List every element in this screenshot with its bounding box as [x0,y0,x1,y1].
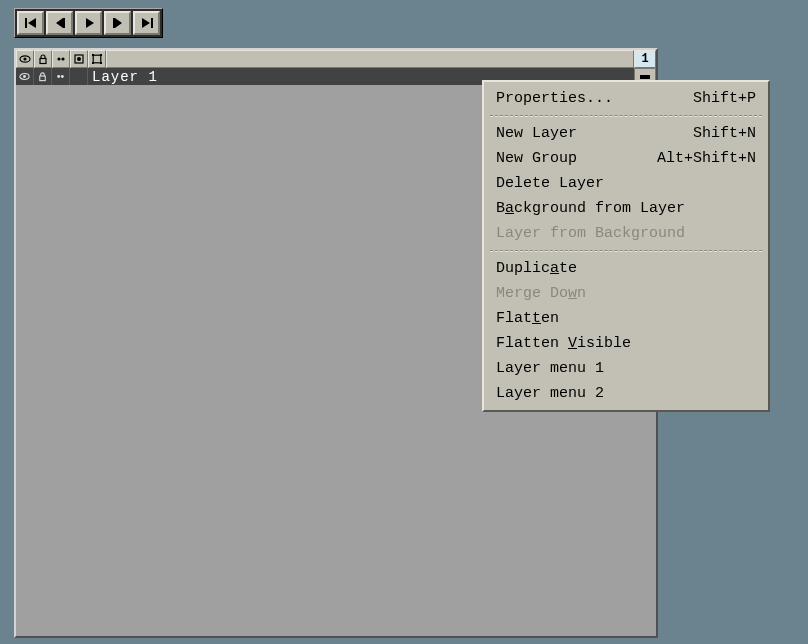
lock-column-header[interactable] [34,50,52,68]
svg-point-25 [61,75,64,78]
svg-rect-19 [92,62,94,64]
menu-item-duplicate[interactable]: Duplicate [484,256,768,281]
layer-lock-toggle[interactable] [34,68,52,85]
layers-header-row: 1 [16,50,656,68]
first-frame-button[interactable] [17,11,44,35]
menu-item-label: Layer menu 2 [496,385,756,402]
menu-item-properties[interactable]: Properties...Shift+P [484,86,768,111]
svg-rect-0 [25,18,27,28]
menu-item-delete-layer[interactable]: Delete Layer [484,171,768,196]
layer-name[interactable]: Layer 1 [88,69,158,85]
bounds-column-header[interactable] [88,50,106,68]
menu-item-label: Background from Layer [496,200,756,217]
last-frame-button[interactable] [133,11,160,35]
menu-item-background-from-layer[interactable]: Background from Layer [484,196,768,221]
layer-visibility-toggle[interactable] [16,68,34,85]
svg-marker-7 [142,18,150,28]
svg-marker-6 [115,18,122,28]
svg-point-10 [23,57,26,60]
frame-column-header[interactable]: 1 [634,50,656,68]
menu-item-layer-menu-2[interactable]: Layer menu 2 [484,381,768,406]
visibility-column-header[interactable] [16,50,34,68]
svg-rect-8 [151,18,153,28]
svg-marker-2 [56,18,63,28]
menu-item-shortcut: Shift+P [693,90,756,107]
playback-toolbar [14,8,163,38]
svg-marker-4 [86,18,94,28]
menu-item-label: Merge Down [496,285,756,302]
menu-item-new-group[interactable]: New GroupAlt+Shift+N [484,146,768,171]
menu-separator [490,250,762,252]
layer-name-column-header [106,50,634,68]
menu-item-label: Delete Layer [496,175,756,192]
svg-rect-3 [63,18,65,28]
svg-rect-5 [113,18,115,28]
svg-rect-23 [40,76,46,81]
svg-point-15 [77,57,81,61]
svg-point-24 [57,75,60,78]
menu-item-label: Layer from Background [496,225,756,242]
svg-rect-20 [100,62,102,64]
layer-mask-cell[interactable] [70,68,88,85]
play-button[interactable] [75,11,102,35]
menu-item-layer-menu-1[interactable]: Layer menu 1 [484,356,768,381]
menu-item-shortcut: Alt+Shift+N [657,150,756,167]
svg-rect-18 [100,54,102,56]
menu-item-label: Properties... [496,90,683,107]
svg-point-12 [57,57,60,60]
menu-item-label: Flatten [496,310,756,327]
svg-rect-11 [40,59,46,64]
menu-item-flatten[interactable]: Flatten [484,306,768,331]
menu-item-label: New Layer [496,125,683,142]
next-frame-button[interactable] [104,11,131,35]
menu-separator [490,115,762,117]
menu-item-merge-down: Merge Down [484,281,768,306]
svg-rect-16 [93,55,101,63]
layer-context-menu: Properties...Shift+PNew LayerShift+NNew … [482,80,770,412]
svg-marker-1 [28,18,36,28]
menu-item-label: New Group [496,150,647,167]
layer-linked-toggle[interactable] [52,68,70,85]
svg-rect-17 [92,54,94,56]
mask-column-header[interactable] [70,50,88,68]
menu-item-label: Duplicate [496,260,756,277]
svg-point-22 [23,75,26,78]
linked-column-header[interactable] [52,50,70,68]
menu-item-layer-from-background: Layer from Background [484,221,768,246]
menu-item-shortcut: Shift+N [693,125,756,142]
menu-item-label: Flatten Visible [496,335,756,352]
menu-item-new-layer[interactable]: New LayerShift+N [484,121,768,146]
menu-item-flatten-visible[interactable]: Flatten Visible [484,331,768,356]
svg-point-13 [61,57,64,60]
menu-item-label: Layer menu 1 [496,360,756,377]
prev-frame-button[interactable] [46,11,73,35]
